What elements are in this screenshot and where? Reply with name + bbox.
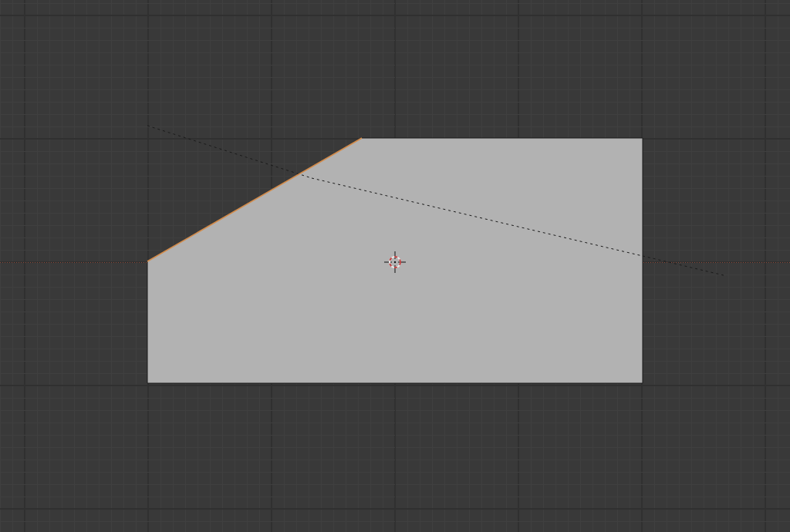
viewport-3d: [0, 0, 790, 532]
viewport-interaction-surface[interactable]: [0, 0, 790, 532]
